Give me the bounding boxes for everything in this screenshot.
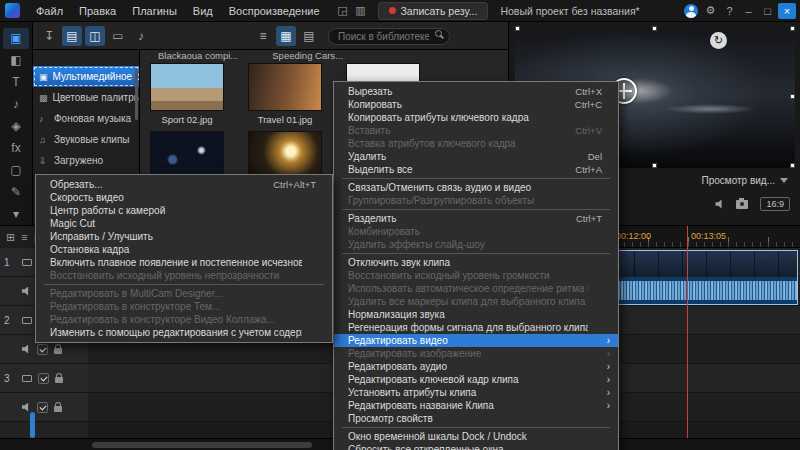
context-menu-item[interactable] <box>342 253 610 254</box>
context-menu-item[interactable]: Редактировать изображение › <box>334 347 618 360</box>
room-icon[interactable]: ◧ <box>3 50 29 71</box>
room-icon[interactable]: fx <box>3 137 29 158</box>
library-category-item[interactable]: ♪ Фоновая музыка <box>33 108 139 129</box>
selection-handle[interactable] <box>790 26 795 31</box>
account-avatar[interactable] <box>684 4 698 18</box>
room-icon[interactable]: ✎ <box>3 181 29 202</box>
menubar-item[interactable]: Вид <box>185 0 221 22</box>
submenu-item[interactable]: Восстановить исходный уровень непрозрачн… <box>36 269 332 282</box>
media-thumbnail[interactable] <box>248 63 322 111</box>
toolbar-icon[interactable]: ◫ <box>85 26 105 46</box>
window-control-icon[interactable]: – <box>740 3 757 19</box>
submenu-item[interactable]: Центр работы с камерой <box>36 204 332 217</box>
track-enable-checkbox[interactable] <box>37 344 48 355</box>
menubar-item[interactable]: Воспроизведение <box>221 0 328 22</box>
volume-icon[interactable] <box>715 200 724 209</box>
scrollbar-thumb[interactable] <box>92 442 312 448</box>
context-menu-item[interactable]: Разделить Ctrl+T <box>334 212 618 225</box>
track-scrollbar[interactable] <box>30 412 35 438</box>
context-menu-item[interactable]: Сбросить все открепленные окна <box>334 443 618 450</box>
context-menu-item[interactable]: Окно временной шкалы Dock / Undock <box>334 430 618 443</box>
submenu-item[interactable] <box>44 284 324 285</box>
toolbar-icon[interactable]: ▭ <box>108 26 128 46</box>
room-icon[interactable]: ▾ <box>3 203 29 224</box>
context-menu-item[interactable]: Вставка атрибутов ключевого кадра <box>334 137 618 150</box>
menubar-tool-icon[interactable]: ▥ <box>352 4 370 17</box>
library-category-item[interactable]: ▩ Цветовые палитры <box>33 87 139 108</box>
context-menu-item[interactable] <box>342 427 610 428</box>
category-scrollbar[interactable] <box>135 68 138 120</box>
submenu-item[interactable]: Редактировать в конструкторе Тем... <box>36 300 332 313</box>
preview-mode-dropdown[interactable]: Просмотр вид... <box>701 175 775 186</box>
room-icon[interactable]: ◈ <box>3 116 29 137</box>
context-menu-item[interactable]: Просмотр свойств <box>334 412 618 425</box>
selection-handle[interactable] <box>790 94 795 99</box>
track-enable-checkbox[interactable] <box>37 402 48 413</box>
menubar-item[interactable]: Плагины <box>124 0 185 22</box>
context-menu-item[interactable]: Редактировать видео › <box>334 334 618 347</box>
context-menu-item[interactable]: Отключить звук клипа <box>334 256 618 269</box>
context-menu-item[interactable]: Связать/Отменить связь аудио и видео <box>334 181 618 194</box>
context-menu-item[interactable]: Вставить Ctrl+V <box>334 124 618 137</box>
context-menu-item[interactable]: Нормализация звука <box>334 308 618 321</box>
context-menu-item[interactable]: Вырезать Ctrl+X <box>334 85 618 98</box>
context-menu-item[interactable] <box>342 178 610 179</box>
media-thumbnail[interactable] <box>150 63 224 111</box>
selection-handle[interactable] <box>652 163 657 168</box>
room-icon[interactable]: ♪ <box>3 94 29 115</box>
view-toggle-icon[interactable]: ≡ <box>253 26 273 46</box>
library-category-item[interactable]: ▣ Мультимедийное со... <box>33 66 139 87</box>
context-menu-item[interactable]: Редактировать ключевой кадр клипа › <box>334 373 618 386</box>
media-thumbnail[interactable] <box>248 131 322 179</box>
submenu-item[interactable]: Изменить с помощью редактирования с учет… <box>36 326 332 339</box>
record-button[interactable]: Записать резу... <box>378 2 489 20</box>
context-menu-item[interactable]: Удалить эффекты слайд-шоу <box>334 238 618 251</box>
aspect-ratio-selector[interactable]: 16:9 <box>760 197 790 211</box>
track-lock-icon[interactable] <box>55 377 63 383</box>
context-menu-item[interactable]: Копировать атрибуты ключевого кадра <box>334 111 618 124</box>
context-menu-item[interactable]: Восстановить исходный уровень громкости <box>334 269 618 282</box>
context-menu-item[interactable]: Группировать/Разгруппировать объекты <box>334 194 618 207</box>
toolbar-icon[interactable]: ▤ <box>62 26 82 46</box>
submenu-item[interactable]: Magic Cut <box>36 217 332 230</box>
menubar-item[interactable]: Файл <box>28 0 71 22</box>
submenu-item[interactable]: Скорость видео <box>36 191 332 204</box>
library-category-item[interactable]: ♫ Звуковые клипы <box>33 129 139 150</box>
rotate-icon[interactable]: ↻ <box>710 32 727 49</box>
window-control-icon[interactable]: □ <box>759 3 776 19</box>
track-lock-icon[interactable] <box>54 406 62 412</box>
context-menu-item[interactable]: Комбинировать <box>334 225 618 238</box>
timeline-tool-icon[interactable]: ≡ <box>21 231 27 243</box>
selection-handle[interactable] <box>515 26 520 31</box>
media-thumbnail[interactable] <box>150 131 224 179</box>
submenu-item[interactable]: Обрезать... Ctrl+Alt+T <box>36 178 332 191</box>
room-icon[interactable]: T <box>3 72 29 93</box>
room-icon[interactable]: ▣ <box>3 28 29 49</box>
context-menu-item[interactable]: Удалить Del <box>334 150 618 163</box>
search-input[interactable] <box>328 28 450 45</box>
selection-handle[interactable] <box>652 26 657 31</box>
track-enable-checkbox[interactable] <box>38 373 49 384</box>
toolbar-icon[interactable]: ↧ <box>39 26 59 46</box>
window-control-icon[interactable]: ⚙ <box>702 3 719 19</box>
window-control-icon[interactable]: × <box>778 3 796 19</box>
submenu-item[interactable]: Исправить / Улучшить <box>36 230 332 243</box>
track-lock-icon[interactable] <box>54 348 62 354</box>
selection-handle[interactable] <box>790 163 795 168</box>
menubar-item[interactable]: Правка <box>71 0 124 22</box>
context-menu-item[interactable]: Использовать автоматическое определение … <box>334 282 618 295</box>
toolbar-icon[interactable]: ♪ <box>131 26 151 46</box>
submenu-item[interactable]: Редактировать в конструкторе Видео Колла… <box>36 313 332 326</box>
library-category-item[interactable]: ⇩ Загружено <box>33 150 139 171</box>
context-menu-item[interactable]: Выделить все Ctrl+A <box>334 163 618 176</box>
context-menu-item[interactable]: Установить атрибуты клипа › <box>334 386 618 399</box>
context-menu-item[interactable]: Редактировать аудио › <box>334 360 618 373</box>
view-toggle-icon[interactable]: ▤ <box>299 26 319 46</box>
context-menu-item[interactable] <box>342 209 610 210</box>
snapshot-icon[interactable] <box>736 200 748 209</box>
submenu-item[interactable]: Редактировать в MultiCam Designer... <box>36 287 332 300</box>
view-toggle-icon[interactable]: ▦ <box>276 26 296 46</box>
room-icon[interactable]: ▢ <box>3 159 29 180</box>
context-menu-item[interactable]: Удалить все маркеры клипа для выбранного… <box>334 295 618 308</box>
menubar-tool-icon[interactable]: ◲ <box>334 4 352 17</box>
